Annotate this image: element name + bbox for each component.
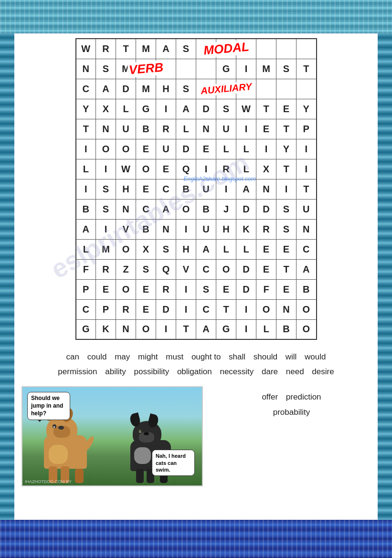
cell: L [236,139,256,159]
cell: L [76,239,96,259]
word-necessity: necessity [220,367,254,376]
cell: X [256,159,276,179]
cell: C [76,79,96,99]
word-would: would [305,352,326,361]
cell: O [116,239,136,259]
cell: M [136,39,156,59]
cell: I [256,139,276,159]
wordsearch-table: W R T M A S Z MODAL M O D A [75,38,317,340]
word-will: will [286,352,297,361]
cell: H [116,179,136,199]
cell: T [276,259,297,279]
frame-top-border [0,0,392,33]
cell: C [196,299,216,319]
cell: I [176,299,196,319]
cell: P [297,119,317,139]
cell: A [196,319,216,339]
verb-label: VERB [127,60,165,78]
cell: W [116,159,136,179]
cell: S [276,59,297,79]
word-possibility: possibility [134,367,169,376]
cell: C [297,239,317,259]
cell: O [297,299,317,319]
cell: G [136,99,156,119]
cell: D [236,259,256,279]
word-permission: permission [58,367,97,376]
cell: E [276,239,297,259]
outer-frame: W R T M A S Z MODAL M O D A [0,0,392,558]
word-shall: shall [229,352,245,361]
cell: A [196,239,216,259]
cell: D [196,99,216,119]
cell: Q [156,259,176,279]
cell: U [196,219,216,239]
frame-left-border [0,33,14,520]
word-probability: probability [273,408,310,417]
word-list-row-1: can could may might must ought to shall … [21,350,371,363]
cell: T [216,299,236,319]
frame-right-border [378,33,392,520]
cell: L [236,239,256,259]
cell: M [136,79,156,99]
cell: I [76,139,96,159]
cell: I [236,119,256,139]
table-row: G K N O I T A G I L B O [76,319,317,339]
word-obligation: obligation [177,367,212,376]
cell: S [196,279,216,299]
cell: N [196,119,216,139]
main-content-area: W R T M A S Z MODAL M O D A [14,33,378,520]
cell: B [297,279,317,299]
cell: S [276,219,297,239]
cell: E [256,119,276,139]
cell: L [236,159,256,179]
cell: N [96,119,116,139]
cell: D [176,139,196,159]
cell: S [216,99,236,119]
cell: I [96,159,116,179]
table-row: F R Z S Q V C O D E T A [76,259,317,279]
cell: O [136,319,156,339]
cell: S [176,79,196,99]
table-row: I S H E C B U I A N I T [76,179,317,199]
cell: B [196,199,216,219]
cell: O [176,199,196,219]
cell: C [156,179,176,199]
cell: I [236,299,256,319]
cell: C [196,259,216,279]
word-could: could [87,352,107,361]
cell: Y [297,99,317,119]
cell: O [297,319,317,339]
cell: I [216,179,236,199]
image-footer: IHAZHOTDOG.COM BY [25,479,72,484]
cell: L [76,159,96,179]
cell: U [116,119,136,139]
cell: A [156,199,176,219]
cell: V [116,219,136,239]
cell: I [196,159,216,179]
cell: O [96,139,116,159]
frame-bottom-border [0,520,392,558]
cell: B [76,199,96,219]
table-row: B S N C A O B J D D S U [76,199,317,219]
cell: B [176,179,196,199]
cell: S [156,239,176,259]
cell: Q [176,159,196,179]
word-might: might [138,352,158,361]
cell: A [176,99,196,119]
cell: E [276,99,297,119]
cell: D [256,39,276,59]
cell: E [136,179,156,199]
word-desire: desire [312,367,334,376]
cell: V [176,259,196,279]
right-word-list: offer prediction probability [212,386,371,420]
word-can: can [66,352,79,361]
cell: A [96,79,116,99]
cell: I [76,179,96,199]
cell: N [156,219,176,239]
cell: H [176,239,196,259]
cell: A [76,219,96,239]
cell: P [76,279,96,299]
word-ability: ability [105,367,126,376]
cell: W [236,99,256,119]
cell: T [76,119,96,139]
